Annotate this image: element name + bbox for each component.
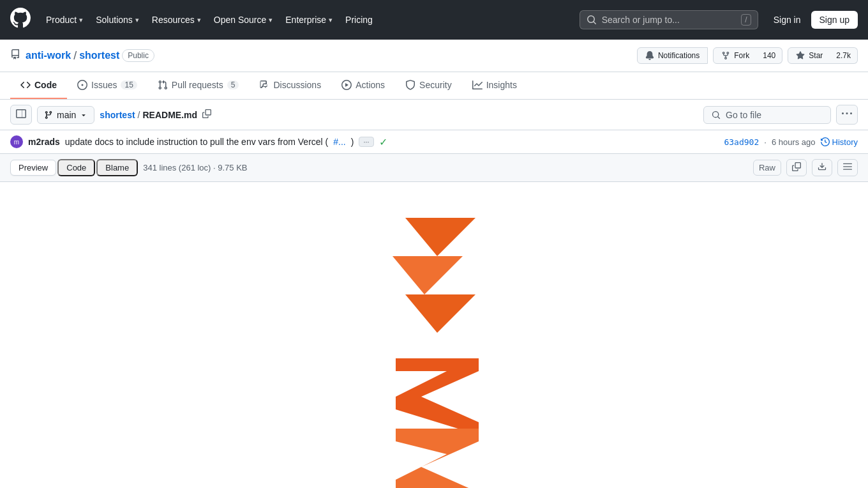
tab-actions[interactable]: Actions	[331, 72, 395, 99]
file-path-slash: /	[138, 110, 140, 120]
outline-icon	[843, 162, 852, 171]
header-actions: Sign in Sign up	[768, 11, 858, 29]
repo-owner[interactable]: anti-work	[26, 50, 71, 61]
tab-insights[interactable]: Insights	[462, 72, 527, 99]
main-header: Product ▾ Solutions ▾ Resources ▾ Open S…	[0, 0, 868, 40]
enterprise-chevron-icon: ▾	[329, 16, 333, 24]
signup-button[interactable]: Sign up	[811, 11, 858, 29]
history-link[interactable]: History	[821, 137, 858, 147]
main-nav: Product ▾ Solutions ▾ Resources ▾ Open S…	[41, 11, 569, 29]
copy-path-button[interactable]	[200, 108, 214, 121]
file-nav-left: main shortest / README.md	[10, 105, 214, 125]
issues-icon	[77, 80, 87, 90]
tab-issues[interactable]: Issues 15	[67, 72, 147, 99]
resources-chevron-icon: ▾	[197, 16, 201, 24]
signin-button[interactable]: Sign in	[768, 11, 806, 28]
shortest-logo	[389, 358, 479, 488]
history-link-label: History	[832, 137, 858, 147]
tab-security[interactable]: Security	[395, 72, 462, 99]
code-icon	[20, 80, 31, 90]
fork-button[interactable]: Fork	[713, 47, 758, 64]
commit-expand-button[interactable]: ···	[359, 137, 373, 147]
file-path-breadcrumb: shortest / README.md	[100, 108, 214, 121]
logo-area	[10, 339, 858, 488]
search-bar[interactable]: Search or jump to... /	[580, 10, 758, 29]
solutions-chevron-icon: ▾	[135, 16, 139, 24]
svg-marker-4	[396, 429, 479, 488]
star-btn-group: Star 2.7k	[788, 47, 858, 64]
repo-breadcrumb-separator: /	[73, 49, 77, 63]
file-path-repo-link[interactable]: shortest	[100, 110, 135, 120]
insights-icon	[472, 80, 483, 90]
repo-header: anti-work / shortest Public Notification…	[0, 40, 868, 72]
file-view-actions: Raw	[753, 159, 858, 176]
svg-marker-0	[405, 218, 475, 256]
security-icon	[405, 80, 415, 90]
star-button[interactable]: Star	[788, 47, 831, 64]
toggle-sidebar-button[interactable]	[10, 105, 32, 125]
commit-hash[interactable]: 63ad902	[724, 137, 759, 147]
tab-code[interactable]: Code	[10, 72, 67, 99]
file-view-tabs: Preview Code Blame	[10, 159, 138, 176]
notifications-bell-icon	[645, 51, 654, 60]
code-tab[interactable]: Code	[57, 159, 95, 176]
commit-author-name[interactable]: m2rads	[28, 137, 60, 147]
nav-solutions[interactable]: Solutions ▾	[91, 11, 144, 29]
tab-code-label: Code	[34, 80, 57, 90]
tab-discussions[interactable]: Discussions	[249, 72, 331, 99]
tab-pull-requests[interactable]: Pull requests 5	[147, 72, 250, 99]
pull-requests-badge: 5	[227, 80, 239, 89]
commit-status-icon: ✓	[379, 136, 387, 148]
commit-hash-link[interactable]: #...	[333, 137, 345, 147]
outline-button[interactable]	[837, 159, 858, 176]
repo-action-buttons: Notifications Fork 140 Star 2.7k	[637, 47, 858, 64]
more-options-button[interactable]	[836, 105, 858, 125]
commit-time: 6 hours ago	[772, 137, 816, 147]
search-shortcut-badge: /	[741, 14, 751, 26]
repo-icon	[10, 49, 20, 63]
open-source-chevron-icon: ▾	[269, 16, 273, 24]
visibility-badge: Public	[122, 49, 154, 62]
svg-marker-2	[405, 294, 475, 333]
preview-tab[interactable]: Preview	[10, 160, 56, 176]
history-icon	[821, 137, 830, 146]
go-to-file-label: Go to file	[726, 110, 761, 120]
more-options-icon	[842, 109, 852, 119]
issues-badge: 15	[121, 80, 137, 89]
go-to-file-input[interactable]: Go to file	[703, 106, 831, 124]
actions-icon	[341, 80, 352, 90]
readme-logo-container	[10, 192, 858, 339]
branch-selector[interactable]: main	[37, 106, 94, 124]
download-icon	[818, 162, 827, 171]
svg-marker-3	[396, 358, 479, 435]
notifications-btn-group: Notifications	[637, 47, 708, 64]
search-placeholder-text: Search or jump to...	[602, 15, 737, 25]
pull-requests-icon	[158, 80, 168, 90]
tab-issues-label: Issues	[91, 80, 117, 90]
branch-icon	[44, 111, 53, 119]
commit-bar-left: m m2rads update docs to include instruct…	[10, 135, 387, 148]
repo-name[interactable]: shortest	[79, 50, 119, 61]
fork-count[interactable]: 140	[756, 47, 782, 64]
commit-message-text: update docs to include instruction to pu…	[65, 137, 328, 147]
raw-button[interactable]: Raw	[753, 160, 781, 176]
nav-product[interactable]: Product ▾	[41, 11, 88, 29]
github-logo[interactable]	[10, 8, 31, 32]
file-view-header: Preview Code Blame 341 lines (261 loc) ·…	[0, 154, 868, 182]
star-icon	[796, 51, 805, 60]
download-button[interactable]	[812, 159, 832, 176]
commit-message-closing: )	[351, 137, 354, 147]
readme-content: .readme-logo { padding: 20px 0 10px; } .…	[0, 182, 868, 488]
copy-raw-button[interactable]	[786, 159, 807, 176]
discussions-icon	[259, 80, 269, 90]
branch-dropdown-chevron-icon	[80, 111, 87, 119]
nav-open-source[interactable]: Open Source ▾	[209, 11, 278, 29]
nav-resources[interactable]: Resources ▾	[147, 11, 206, 29]
copy-raw-icon	[792, 162, 801, 171]
star-count[interactable]: 2.7k	[830, 47, 858, 64]
notifications-button[interactable]: Notifications	[637, 47, 708, 64]
blame-tab[interactable]: Blame	[96, 159, 138, 176]
svg-marker-1	[393, 256, 463, 294]
nav-pricing[interactable]: Pricing	[340, 11, 378, 29]
nav-enterprise[interactable]: Enterprise ▾	[280, 11, 338, 29]
